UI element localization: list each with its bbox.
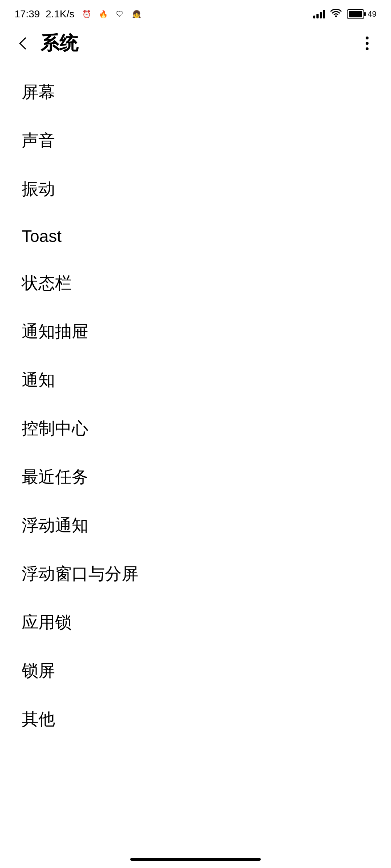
flame-icon: 🔥: [97, 8, 110, 21]
status-bar: 17:39 2.1K/s ⏰ 🔥 🛡 👧: [0, 0, 391, 26]
battery-display: 49: [347, 9, 377, 19]
time-display: 17:39: [14, 8, 40, 20]
status-icons: ⏰ 🔥 🛡 👧: [80, 8, 143, 21]
menu-list: 屏幕声音振动Toast状态栏通知抽屉通知控制中心最近任务浮动通知浮动窗口与分屏应…: [0, 61, 391, 751]
menu-item-toast[interactable]: Toast: [0, 213, 391, 259]
more-options-button[interactable]: [356, 33, 378, 54]
clock-icon: ⏰: [80, 8, 93, 21]
menu-item-label-other: 其他: [22, 708, 55, 731]
wifi-icon: [330, 8, 342, 20]
dot-icon: [366, 47, 369, 50]
menu-item-floating-notification[interactable]: 浮动通知: [0, 501, 391, 550]
signal-icon: [313, 10, 325, 18]
battery-level: 49: [368, 9, 377, 19]
svg-point-0: [335, 15, 337, 17]
menu-item-label-sound: 声音: [22, 129, 55, 152]
menu-item-label-screen: 屏幕: [22, 81, 55, 103]
menu-item-notification[interactable]: 通知: [0, 356, 391, 404]
menu-item-app-lock[interactable]: 应用锁: [0, 598, 391, 647]
menu-item-statusbar[interactable]: 状态栏: [0, 259, 391, 307]
menu-item-vibration[interactable]: 振动: [0, 165, 391, 213]
back-button[interactable]: [13, 33, 35, 54]
menu-item-label-statusbar: 状态栏: [22, 272, 72, 294]
menu-item-label-control-center: 控制中心: [22, 417, 88, 440]
menu-item-label-app-lock: 应用锁: [22, 611, 72, 634]
menu-item-other[interactable]: 其他: [0, 695, 391, 744]
back-arrow-icon: [19, 37, 31, 50]
avatar-icon: 👧: [130, 8, 143, 21]
status-right: 49: [313, 8, 377, 20]
menu-item-label-notification-drawer: 通知抽屉: [22, 320, 88, 343]
battery-icon: [347, 9, 364, 19]
menu-item-sound[interactable]: 声音: [0, 116, 391, 165]
menu-item-screen[interactable]: 屏幕: [0, 68, 391, 116]
menu-item-notification-drawer[interactable]: 通知抽屉: [0, 307, 391, 356]
menu-item-label-notification: 通知: [22, 369, 55, 391]
dot-icon: [366, 42, 369, 45]
menu-item-recent-tasks[interactable]: 最近任务: [0, 453, 391, 501]
status-left: 17:39 2.1K/s ⏰ 🔥 🛡 👧: [14, 8, 143, 21]
bottom-nav-bar: [130, 858, 261, 861]
menu-item-floating-window[interactable]: 浮动窗口与分屏: [0, 550, 391, 598]
menu-item-label-toast: Toast: [22, 226, 62, 246]
header: 系统: [0, 26, 391, 61]
menu-item-control-center[interactable]: 控制中心: [0, 404, 391, 453]
menu-item-lock-screen[interactable]: 锁屏: [0, 647, 391, 695]
menu-item-label-recent-tasks: 最近任务: [22, 466, 88, 488]
page-title: 系统: [41, 31, 356, 56]
speed-display: 2.1K/s: [46, 8, 74, 20]
menu-item-label-floating-window: 浮动窗口与分屏: [22, 563, 138, 585]
shield-icon: 🛡: [113, 8, 126, 21]
menu-item-label-lock-screen: 锁屏: [22, 660, 55, 682]
dot-icon: [366, 37, 369, 39]
menu-item-label-vibration: 振动: [22, 178, 55, 200]
menu-item-label-floating-notification: 浮动通知: [22, 514, 88, 537]
